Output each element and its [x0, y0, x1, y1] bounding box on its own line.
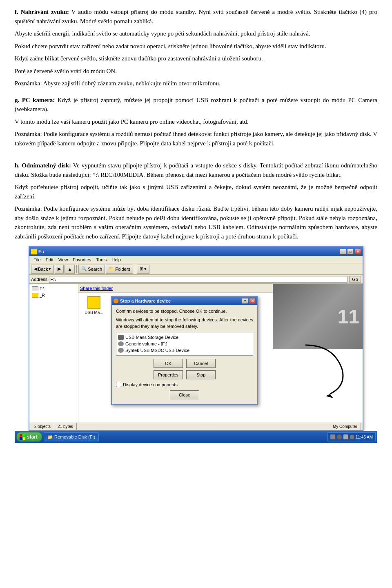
- sidebar-folder-f[interactable]: F:\: [31, 285, 76, 292]
- dialog-help-button[interactable]: ?: [242, 298, 248, 304]
- toolbar-separator2: [135, 265, 135, 273]
- menu-edit[interactable]: Edit: [43, 257, 56, 262]
- address-bar: Address Go: [29, 275, 363, 284]
- folder-icon: [32, 293, 38, 298]
- start-label: start: [27, 434, 38, 440]
- section-g-title: g. PC kamera:: [15, 97, 55, 103]
- dialog-title-text: Stop a Hardware device: [120, 298, 242, 303]
- device-list: USB Mass Storage Device Generic volume -…: [116, 332, 253, 356]
- section-f-paragraph2: Abyste ušetřili energii, indikační světl…: [15, 29, 377, 38]
- usb-icon-1: [118, 335, 124, 340]
- taskbar-removable-disk[interactable]: 📁 Removable Disk (F:): [44, 432, 99, 441]
- explorer-title-text: F:\: [38, 249, 340, 254]
- windows-logo-icon: [19, 434, 26, 440]
- dialog-stop-button[interactable]: Stop: [186, 370, 216, 379]
- display-components-label: Display device components: [123, 382, 178, 387]
- section-g-note: Poznámka: Podle konfigurace systému a ro…: [15, 129, 377, 148]
- menu-tools[interactable]: Tools: [94, 257, 109, 262]
- system-clock: 11:45 AM: [356, 435, 373, 439]
- section-h-paragraph1: h. Odnímatelný disk: Ve vypnutém stavu p…: [15, 161, 377, 179]
- photo-number: 11: [338, 305, 359, 328]
- usb-folder-icon: [87, 296, 100, 309]
- menu-favorites[interactable]: Favorites: [70, 257, 94, 262]
- dialog-ok-button[interactable]: OK: [154, 359, 183, 368]
- forward-icon: ▶: [58, 266, 61, 272]
- address-input[interactable]: [49, 276, 347, 283]
- views-button[interactable]: ⊞ ▾: [137, 265, 149, 274]
- tray-icon-2: [337, 434, 342, 439]
- dialog-cancel-button[interactable]: Cancel: [186, 359, 216, 368]
- explorer-status-bar: 2 objects 21 bytes My Computer: [29, 423, 363, 430]
- start-button[interactable]: start: [16, 432, 42, 442]
- tray-icon-1: [330, 434, 335, 439]
- device-name-2: Generic volume - [F:]: [125, 341, 167, 346]
- system-tray: 11:45 AM: [327, 432, 376, 441]
- status-computer: My Computer: [330, 423, 361, 430]
- sidebar-folder-r-label: _R: [40, 293, 45, 298]
- views-dropdown-icon: ▾: [144, 266, 147, 272]
- search-label: Search: [88, 267, 102, 272]
- sidebar-panel: F:\ _R: [29, 284, 78, 423]
- back-button[interactable]: ◀ Back ▾: [31, 265, 54, 274]
- dialog-lower-buttons: Properties Stop: [116, 370, 253, 379]
- section-g-paragraph1: g. PC kamera: Když je přístroj zapnutý, …: [15, 96, 377, 114]
- section-f-note: Poznámka: Abyste zajistili dobrý záznam …: [15, 79, 377, 88]
- section-f-paragraph3: Pokud chcete potvrdit stav zařízení nebo…: [15, 42, 377, 51]
- close-button[interactable]: ✕: [354, 249, 361, 254]
- back-label: Back: [38, 267, 48, 272]
- address-label: Address: [31, 277, 47, 282]
- search-icon: 🔍: [81, 266, 87, 272]
- go-button[interactable]: Go: [349, 276, 361, 283]
- views-icon: ⊞: [140, 266, 143, 272]
- dialog-title-buttons: ? ✕: [242, 298, 256, 304]
- sidebar-folder-r[interactable]: _R: [31, 292, 76, 298]
- up-icon: ▲: [67, 267, 72, 272]
- section-g-text1: Když je přístroj zapnutý, můžete jej pro…: [15, 97, 377, 113]
- usb-icon-2: [118, 341, 124, 346]
- section-h-paragraph2: Když potřebujete přístroj odpojit, učiňt…: [15, 183, 377, 201]
- dialog-icon: [114, 298, 118, 303]
- explorer-window: F:\ _ □ ✕ File Edit View Favorites Tools…: [29, 246, 363, 431]
- folders-button[interactable]: 📁 Folders: [106, 265, 133, 274]
- svg-rect-3: [20, 437, 22, 440]
- device-name-3: Syntek USB MSDC USB Device: [125, 348, 189, 353]
- menu-file[interactable]: File: [31, 257, 43, 262]
- dialog-body: Confirm devices to be stopped. Choose OK…: [112, 305, 257, 404]
- section-h-title: h. Odnímatelný disk:: [15, 162, 71, 169]
- minimize-button[interactable]: _: [340, 249, 346, 254]
- svg-rect-4: [23, 437, 25, 440]
- explorer-title-icon: [31, 249, 37, 254]
- back-dropdown-icon: ▾: [49, 266, 51, 272]
- explorer-title-bar: F:\ _ □ ✕: [29, 247, 363, 256]
- checkbox-row: Display device components: [116, 382, 253, 387]
- share-link[interactable]: Share this folder: [80, 286, 113, 291]
- svg-marker-0: [326, 394, 333, 398]
- section-f-title: f. Nahrávání zvuku:: [15, 9, 69, 15]
- search-button[interactable]: 🔍 Search: [78, 265, 105, 274]
- toolbar: ◀ Back ▾ ▶ ▲ 🔍 Search 📁 Folders ⊞: [29, 263, 363, 275]
- forward-button[interactable]: ▶: [55, 265, 64, 274]
- menu-view[interactable]: View: [56, 257, 71, 262]
- section-f-paragraph5: Poté se červené světlo vrátí do módu ON.: [15, 67, 377, 76]
- svg-rect-1: [20, 434, 22, 437]
- dialog-text1: Confirm devices to be stopped. Choose OK…: [116, 308, 253, 314]
- section-f-paragraph1: f. Nahrávání zvuku: V audio módu vstoupí…: [15, 7, 377, 26]
- svg-rect-2: [23, 434, 25, 437]
- device-item-1: USB Mass Storage Device: [118, 334, 251, 341]
- menu-help[interactable]: Help: [109, 257, 123, 262]
- file-item-usb[interactable]: USB Ma...: [82, 296, 106, 315]
- back-arrow-icon: ◀: [34, 266, 37, 272]
- dialog-ok-cancel-buttons: OK Cancel: [116, 359, 253, 368]
- dialog-close-bottom-button[interactable]: Close: [170, 390, 199, 399]
- stop-hardware-dialog: Stop a Hardware device ? ✕ Confirm devic…: [111, 296, 258, 405]
- status-bar-segments: 2 objects 21 bytes My Computer: [31, 423, 361, 430]
- dialog-close-button[interactable]: ✕: [249, 298, 256, 304]
- folders-icon: 📁: [109, 266, 114, 272]
- maximize-button[interactable]: □: [347, 249, 354, 254]
- dialog-properties-button[interactable]: Properties: [154, 370, 183, 379]
- section-h-note: Poznámka: Podle konfigurace systému může…: [15, 204, 377, 241]
- up-button[interactable]: ▲: [65, 265, 75, 274]
- display-components-checkbox[interactable]: [116, 382, 121, 387]
- device-item-3: Syntek USB MSDC USB Device: [118, 347, 251, 354]
- taskbar-item-label: Removable Disk (F:): [54, 434, 95, 439]
